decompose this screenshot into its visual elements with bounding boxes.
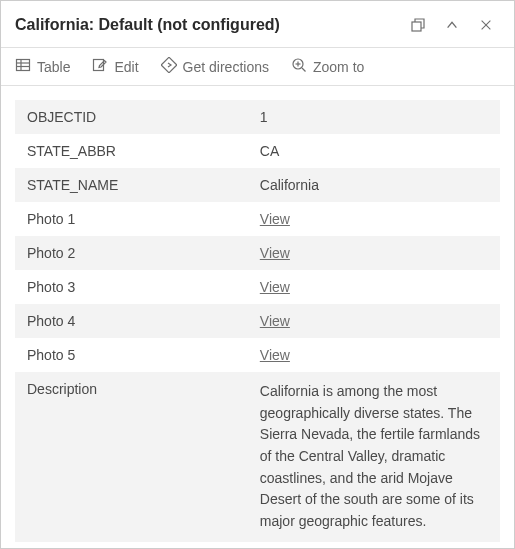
edit-label: Edit: [114, 59, 138, 75]
field-value: View: [248, 270, 500, 304]
table-row: STATE_NAMECalifornia: [15, 168, 500, 202]
table-row: Photo 3View: [15, 270, 500, 304]
svg-rect-7: [94, 60, 104, 71]
svg-rect-3: [17, 60, 30, 71]
svg-line-10: [302, 68, 306, 72]
zoom-icon: [291, 57, 307, 76]
field-value: View: [248, 202, 500, 236]
field-value: View: [248, 236, 500, 270]
view-link[interactable]: View: [260, 313, 290, 329]
field-label: Photo 1: [15, 202, 248, 236]
table-row: DescriptionCalifornia is among the most …: [15, 372, 500, 542]
field-label: Description: [15, 372, 248, 542]
field-value: View: [248, 304, 500, 338]
field-label: Photo 5: [15, 338, 248, 372]
field-label: Photo 2: [15, 236, 248, 270]
field-label: Photo 3: [15, 270, 248, 304]
field-label: OBJECTID: [15, 100, 248, 134]
dock-icon[interactable]: [404, 11, 432, 39]
view-link[interactable]: View: [260, 245, 290, 261]
popup-window: California: Default (not configured): [0, 0, 515, 549]
field-label: STATE_NAME: [15, 168, 248, 202]
view-link[interactable]: View: [260, 347, 290, 363]
table-label: Table: [37, 59, 70, 75]
edit-button[interactable]: Edit: [88, 55, 142, 78]
svg-rect-0: [412, 22, 421, 31]
field-value: View: [248, 338, 500, 372]
table-row: Photo 5View: [15, 338, 500, 372]
field-label: Photo 4: [15, 304, 248, 338]
directions-button[interactable]: Get directions: [157, 55, 273, 78]
popup-content: OBJECTID1STATE_ABBRCASTATE_NAMECaliforni…: [1, 86, 514, 548]
view-link[interactable]: View: [260, 211, 290, 227]
table-row: OBJECTID1: [15, 100, 500, 134]
svg-rect-8: [161, 57, 177, 73]
zoom-button[interactable]: Zoom to: [287, 55, 368, 78]
popup-title: California: Default (not configured): [15, 16, 398, 34]
view-link[interactable]: View: [260, 279, 290, 295]
field-value: 1: [248, 100, 500, 134]
edit-icon: [92, 57, 108, 76]
popup-toolbar: Table Edit Get directions: [1, 48, 514, 85]
table-button[interactable]: Table: [11, 55, 74, 78]
popup-header: California: Default (not configured): [1, 1, 514, 47]
table-row: Photo 2View: [15, 236, 500, 270]
zoom-label: Zoom to: [313, 59, 364, 75]
directions-label: Get directions: [183, 59, 269, 75]
collapse-icon[interactable]: [438, 11, 466, 39]
attribute-table: OBJECTID1STATE_ABBRCASTATE_NAMECaliforni…: [15, 100, 500, 542]
field-value: CA: [248, 134, 500, 168]
table-icon: [15, 57, 31, 76]
close-icon[interactable]: [472, 11, 500, 39]
directions-icon: [161, 57, 177, 76]
table-row: Photo 1View: [15, 202, 500, 236]
field-value: California: [248, 168, 500, 202]
field-label: STATE_ABBR: [15, 134, 248, 168]
table-row: Photo 4View: [15, 304, 500, 338]
table-row: STATE_ABBRCA: [15, 134, 500, 168]
field-value: California is among the most geographica…: [248, 372, 500, 542]
